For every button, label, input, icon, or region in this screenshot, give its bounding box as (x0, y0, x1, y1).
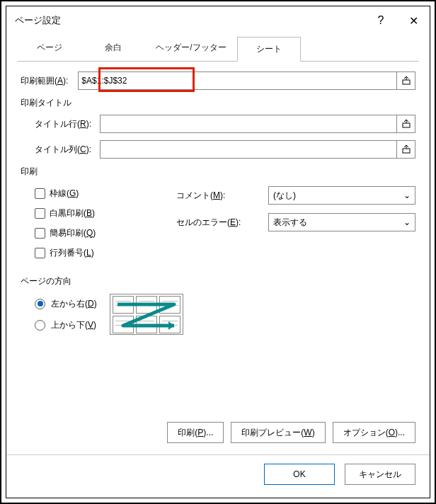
bw-checkbox[interactable] (35, 208, 45, 219)
rowcol-checkbox[interactable] (35, 248, 45, 258)
ok-button[interactable]: OK (264, 464, 335, 485)
close-button[interactable]: ✕ (397, 6, 430, 35)
title-rows-input[interactable] (100, 115, 397, 133)
cancel-button[interactable]: キャンセル (345, 464, 415, 485)
range-picker-icon[interactable] (397, 71, 415, 90)
bw-label: 白黒印刷(B) (50, 207, 95, 219)
errors-label: セルのエラー(E): (176, 217, 261, 229)
print-area-label: 印刷範囲(A): (21, 75, 68, 87)
options-button[interactable]: オプション(O)... (333, 422, 415, 443)
ltr-radio[interactable] (35, 299, 45, 309)
draft-checkbox[interactable] (35, 228, 45, 239)
errors-select[interactable]: 表示する ⌄ (268, 213, 415, 231)
page-order-heading: ページの方向 (21, 275, 415, 287)
print-preview-button[interactable]: 印刷プレビュー(W) (231, 422, 325, 443)
svg-rect-2 (403, 149, 410, 153)
svg-rect-0 (403, 80, 410, 84)
window-title: ページ設定 (15, 14, 365, 27)
titlebar: ページ設定 ? ✕ (6, 6, 430, 35)
comments-label: コメント(M): (176, 190, 261, 202)
range-picker-icon[interactable] (397, 140, 415, 159)
gridlines-label: 枠線(G) (50, 188, 79, 200)
title-cols-label: タイトル列(C): (35, 144, 91, 156)
ttb-label: 上から下(V) (51, 319, 96, 331)
tab-page[interactable]: ページ (18, 36, 81, 61)
print-heading: 印刷 (21, 166, 415, 178)
gridlines-checkbox[interactable] (35, 188, 45, 199)
print-titles-heading: 印刷タイトル (21, 97, 415, 109)
page-order-preview (110, 294, 183, 335)
chevron-down-icon: ⌄ (403, 190, 411, 200)
svg-rect-1 (403, 123, 410, 127)
divider (6, 454, 430, 455)
tab-header-footer[interactable]: ヘッダー/フッター (145, 36, 237, 61)
print-area-input[interactable]: $A$1:$J$32 (78, 71, 397, 90)
help-button[interactable]: ? (365, 6, 397, 35)
ltr-label: 左から右(D) (51, 298, 97, 310)
chevron-down-icon: ⌄ (403, 217, 411, 227)
print-button[interactable]: 印刷(P)... (167, 422, 224, 443)
ttb-radio[interactable] (35, 320, 45, 331)
page-order-arrow-icon (110, 294, 184, 336)
draft-label: 簡易印刷(Q) (50, 227, 96, 239)
comments-select[interactable]: (なし) ⌄ (268, 186, 415, 205)
title-cols-input[interactable] (100, 140, 397, 159)
tab-margins[interactable]: 余白 (81, 36, 145, 61)
rowcol-label: 行列番号(L) (50, 247, 94, 259)
tab-strip: ページ 余白 ヘッダー/フッター シート (6, 36, 430, 61)
tab-sheet[interactable]: シート (237, 37, 301, 62)
range-picker-icon[interactable] (397, 115, 415, 133)
title-rows-label: タイトル行(R): (35, 118, 91, 130)
